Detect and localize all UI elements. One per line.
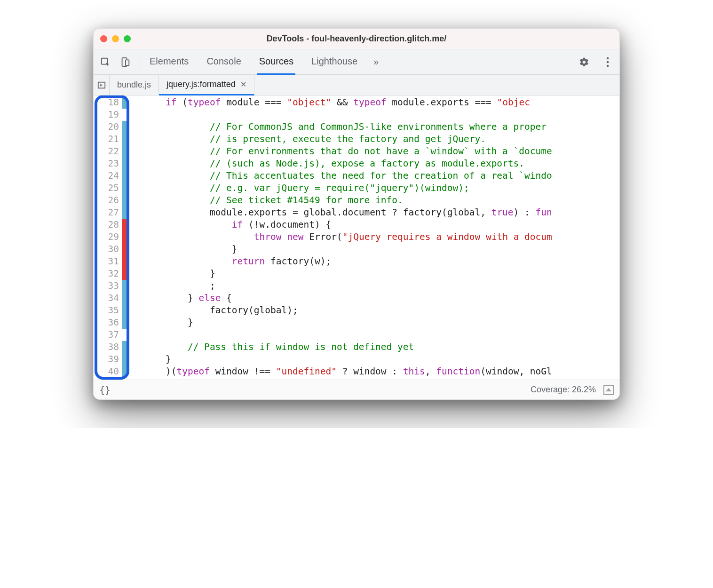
coverage-marker	[122, 353, 127, 366]
window-title: DevTools - foul-heavenly-direction.glitc…	[94, 34, 619, 44]
tab-elements[interactable]: Elements	[148, 49, 190, 75]
gutter-line: 37	[94, 329, 129, 341]
code-line[interactable]: ;	[143, 280, 619, 292]
line-number: 24	[104, 170, 119, 182]
coverage-marker	[122, 268, 127, 280]
gutter-line: 18	[94, 96, 129, 109]
tab-console[interactable]: Console	[205, 49, 243, 75]
line-number: 21	[104, 133, 119, 145]
line-number: 33	[104, 280, 119, 292]
minimize-window-button[interactable]	[112, 35, 119, 42]
gutter-line: 20	[94, 121, 129, 133]
device-toolbar-icon[interactable]	[118, 55, 132, 69]
coverage-marker	[122, 255, 127, 268]
settings-icon[interactable]	[577, 55, 591, 69]
file-tab-bundle[interactable]: bundle.js	[110, 75, 159, 95]
code-line[interactable]: )(typeof window !== "undefined" ? window…	[143, 366, 619, 378]
gutter-line: 24	[94, 170, 129, 182]
coverage-marker	[122, 317, 127, 329]
coverage-marker	[122, 366, 127, 378]
coverage-marker	[122, 329, 127, 341]
toolbar-divider	[140, 56, 140, 69]
gutter-line: 19	[94, 109, 129, 121]
gutter-line: 23	[94, 158, 129, 170]
gutter-line: 33	[94, 280, 129, 292]
code-line[interactable]: if (!w.document) {	[143, 219, 619, 231]
line-number: 19	[104, 109, 119, 121]
code-line[interactable]	[143, 109, 619, 121]
gutter-line: 22	[94, 145, 129, 158]
maximize-window-button[interactable]	[124, 35, 131, 42]
code-line[interactable]: // (such as Node.js), expose a factory a…	[143, 158, 619, 170]
coverage-marker	[122, 219, 127, 231]
file-tab-jquery[interactable]: jquery.js:formatted ✕	[159, 75, 254, 95]
gutter-line: 27	[94, 207, 129, 219]
navigator-toggle-icon[interactable]	[94, 75, 110, 95]
gutter-line: 34	[94, 292, 129, 304]
coverage-marker	[122, 280, 127, 292]
code-line[interactable]: // See ticket #14549 for more info.	[143, 194, 619, 207]
coverage-marker	[122, 243, 127, 255]
line-number: 39	[104, 353, 119, 366]
code-line[interactable]: // This accentuates the need for the cre…	[143, 170, 619, 182]
line-number: 36	[104, 317, 119, 329]
code-line[interactable]: }	[143, 353, 619, 366]
line-number: 22	[104, 145, 119, 158]
line-number: 29	[104, 231, 119, 243]
coverage-marker	[122, 133, 127, 145]
code-line[interactable]: // For environments that do not have a `…	[143, 145, 619, 158]
code-line[interactable]: module.exports = global.document ? facto…	[143, 207, 619, 219]
close-tab-icon[interactable]: ✕	[240, 80, 246, 89]
panel-tabs: Elements Console Sources Lighthouse »	[148, 49, 571, 74]
code-line[interactable]: // Pass this if window is not defined ye…	[143, 341, 619, 353]
code-line[interactable]: // e.g. var jQuery = require("jquery")(w…	[143, 182, 619, 194]
line-number: 28	[104, 219, 119, 231]
gutter-line: 25	[94, 182, 129, 194]
line-number: 30	[104, 243, 119, 255]
code-line[interactable]: } else {	[143, 292, 619, 304]
code-line[interactable]: }	[143, 268, 619, 280]
line-number: 20	[104, 121, 119, 133]
main-toolbar: Elements Console Sources Lighthouse »	[94, 49, 619, 75]
code-line[interactable]: throw new Error("jQuery requires a windo…	[143, 231, 619, 243]
svg-point-5	[607, 64, 609, 67]
coverage-marker	[122, 292, 127, 304]
drawer-toggle-icon[interactable]	[603, 385, 614, 395]
code-line[interactable]: factory(global);	[143, 304, 619, 317]
code-line[interactable]: if (typeof module === "object" && typeof…	[143, 96, 619, 109]
status-bar: {} Coverage: 26.2%	[94, 380, 619, 399]
more-tabs-button[interactable]: »	[373, 56, 379, 67]
devtools-window: DevTools - foul-heavenly-direction.glitc…	[93, 28, 620, 400]
coverage-marker	[122, 96, 127, 109]
gutter-line: 32	[94, 268, 129, 280]
line-number: 32	[104, 268, 119, 280]
gutter-line: 31	[94, 255, 129, 268]
code-line[interactable]: }	[143, 317, 619, 329]
gutter-line: 40	[94, 366, 129, 378]
line-number: 25	[104, 182, 119, 194]
code-content[interactable]: if (typeof module === "object" && typeof…	[129, 95, 619, 380]
tab-sources[interactable]: Sources	[257, 49, 295, 75]
gutter-line: 21	[94, 133, 129, 145]
inspect-element-icon[interactable]	[98, 55, 112, 69]
close-window-button[interactable]	[100, 35, 107, 42]
pretty-print-button[interactable]: {}	[99, 384, 111, 396]
svg-point-3	[607, 57, 609, 59]
code-line[interactable]: // is present, execute the factory and g…	[143, 133, 619, 145]
line-number: 31	[104, 255, 119, 268]
coverage-marker	[122, 194, 127, 207]
code-line[interactable]: // For CommonJS and CommonJS-like enviro…	[143, 121, 619, 133]
file-tab-label: jquery.js:formatted	[166, 79, 236, 89]
code-line[interactable]: return factory(w);	[143, 255, 619, 268]
code-editor[interactable]: 1819202122232425262728293031323334353637…	[94, 95, 619, 380]
line-number: 40	[104, 366, 119, 378]
code-line[interactable]	[143, 329, 619, 341]
window-controls	[100, 35, 131, 42]
kebab-menu-icon[interactable]	[601, 55, 615, 69]
gutter-line: 30	[94, 243, 129, 255]
code-line[interactable]: }	[143, 243, 619, 255]
tab-lighthouse[interactable]: Lighthouse	[309, 49, 359, 75]
line-number: 23	[104, 158, 119, 170]
file-tabs: bundle.js jquery.js:formatted ✕	[94, 75, 619, 95]
line-number: 27	[104, 207, 119, 219]
